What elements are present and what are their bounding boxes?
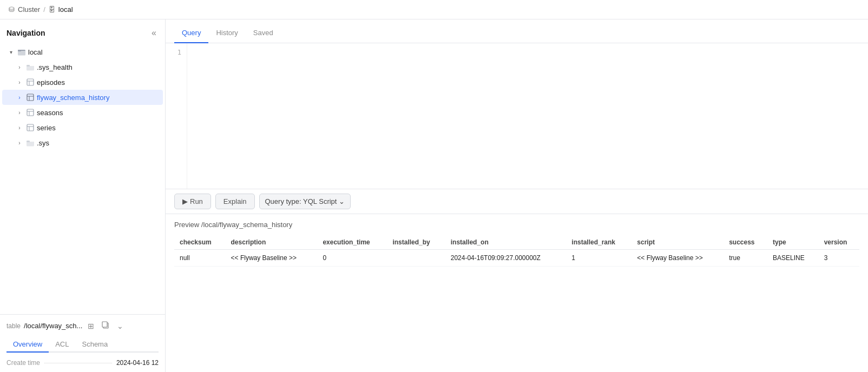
tree-area: ▾ local ›: [0, 44, 165, 314]
tab-saved[interactable]: Saved: [246, 23, 281, 43]
bottom-panel: table /local/flyway_sch... ⊞ ⌄ Overview …: [0, 314, 165, 372]
tree-item-flyway[interactable]: › flyway_schema_history: [2, 90, 163, 105]
chevron-right-icon: ›: [15, 108, 24, 117]
breadcrumb-bar: ⛁ Cluster / 🗄 local: [0, 0, 868, 19]
table-type-label: table: [6, 322, 21, 330]
col-checksum: checksum: [174, 235, 226, 250]
col-version: version: [819, 235, 859, 250]
table-path-row: table /local/flyway_sch... ⊞ ⌄: [6, 320, 159, 331]
tree-item-label: .sys_health: [37, 63, 159, 71]
folder-icon: [26, 63, 35, 71]
breadcrumb-separator: /: [43, 5, 45, 14]
cell-checksum: null: [174, 249, 226, 266]
table-icon: [26, 123, 35, 132]
chevron-right-icon: ›: [15, 78, 24, 87]
tree-item-sys-health[interactable]: › .sys_health: [2, 59, 163, 75]
table-icon: [26, 93, 35, 102]
table-path: /local/flyway_sch...: [24, 322, 82, 330]
create-time-value: 2024-04-16 12: [116, 359, 159, 367]
chevron-right-icon: ›: [15, 93, 24, 102]
tree-item-label: .sys: [37, 139, 159, 147]
cell-installed-on: 2024-04-16T09:09:27.000000Z: [445, 249, 567, 266]
query-type-dropdown[interactable]: Query type: YQL Script ⌄: [259, 194, 351, 209]
more-button[interactable]: ⌄: [115, 321, 126, 331]
create-time-row: Create time 2024-04-16 12: [6, 359, 159, 367]
collapse-button[interactable]: «: [149, 27, 159, 39]
col-type: type: [767, 235, 819, 250]
chevron-right-icon: ›: [15, 63, 24, 71]
col-script: script: [632, 235, 724, 250]
content-area: Query History Saved 1 ▶ Run Explain Quer…: [166, 19, 868, 372]
tab-acl[interactable]: ACL: [49, 337, 75, 353]
query-editor[interactable]: [187, 43, 868, 189]
svg-rect-17: [102, 322, 107, 327]
svg-rect-3: [27, 79, 34, 85]
cell-success: true: [724, 249, 767, 266]
col-description: description: [226, 235, 318, 250]
chevron-right-icon: ›: [15, 138, 24, 147]
col-installed-by: installed_by: [387, 235, 445, 250]
tree-item-seasons[interactable]: › seasons: [2, 105, 163, 120]
cell-description: << Flyway Baseline >>: [226, 249, 318, 266]
svg-rect-12: [27, 124, 34, 131]
tree-item-sys[interactable]: › .sys: [2, 135, 163, 150]
cell-execution-time: 0: [317, 249, 387, 266]
svg-rect-6: [27, 94, 34, 101]
sub-tabs: Overview ACL Schema: [6, 337, 159, 353]
sidebar-title: Navigation: [6, 29, 45, 37]
run-label: Run: [190, 197, 203, 205]
breadcrumb-local[interactable]: local: [58, 5, 73, 14]
sidebar-header: Navigation «: [0, 19, 165, 44]
tab-overview[interactable]: Overview: [6, 337, 49, 353]
line-numbers: 1: [166, 43, 187, 189]
sidebar: Navigation « ▾ local ›: [0, 19, 166, 372]
preview-area: Preview /local/flyway_schema_history che…: [166, 214, 868, 373]
tree-item-series[interactable]: › series: [2, 120, 163, 135]
dropdown-icon: ⌄: [339, 197, 345, 205]
explain-button[interactable]: Explain: [215, 194, 255, 209]
tree-item-label: seasons: [37, 109, 159, 117]
create-time-label: Create time: [6, 359, 40, 367]
tree-item-episodes[interactable]: › episodes: [2, 75, 163, 90]
table-header-row: checksum description execution_time inst…: [174, 235, 859, 250]
cell-type: BASELINE: [767, 249, 819, 266]
table-grid-button[interactable]: ⊞: [86, 321, 96, 331]
db-icon: 🗄: [49, 6, 55, 14]
svg-rect-1: [18, 50, 21, 51]
tab-schema[interactable]: Schema: [75, 337, 114, 353]
preview-title: Preview /local/flyway_schema_history: [174, 221, 859, 229]
run-button[interactable]: ▶ Run: [174, 194, 211, 209]
folder-icon: [26, 138, 35, 147]
table-icon: [26, 78, 35, 87]
col-execution-time: execution_time: [317, 235, 387, 250]
svg-rect-15: [27, 141, 30, 142]
col-installed-on: installed_on: [445, 235, 567, 250]
svg-rect-2: [27, 65, 30, 67]
tab-history[interactable]: History: [208, 23, 245, 43]
editor-area: 1: [166, 43, 868, 189]
query-tabs: Query History Saved: [166, 19, 868, 43]
tab-query[interactable]: Query: [174, 23, 208, 43]
folder-icon: [17, 48, 26, 56]
chevron-right-icon: ›: [15, 123, 24, 132]
cell-installed-rank: 1: [566, 249, 632, 266]
cell-script: << Flyway Baseline >>: [632, 249, 724, 266]
col-success: success: [724, 235, 767, 250]
cell-installed-by: [387, 249, 445, 266]
col-installed-rank: installed_rank: [566, 235, 632, 250]
tree-item-local[interactable]: ▾ local: [2, 44, 163, 59]
tree-item-label: series: [37, 124, 159, 132]
run-icon: ▶: [182, 197, 188, 205]
main-layout: Navigation « ▾ local ›: [0, 19, 868, 372]
preview-table: checksum description execution_time inst…: [174, 235, 859, 267]
tree-item-label: flyway_schema_history: [37, 94, 159, 102]
query-type-label: Query type: YQL Script: [265, 197, 337, 205]
breadcrumb-cluster[interactable]: Cluster: [18, 5, 40, 14]
cell-version: 3: [819, 249, 859, 266]
table-icon: [26, 108, 35, 117]
tree-item-label: episodes: [37, 78, 159, 87]
editor-toolbar: ▶ Run Explain Query type: YQL Script ⌄: [166, 189, 868, 214]
copy-button[interactable]: [100, 320, 111, 331]
tree-root-label: local: [28, 48, 159, 56]
chevron-down-icon: ▾: [6, 48, 15, 56]
